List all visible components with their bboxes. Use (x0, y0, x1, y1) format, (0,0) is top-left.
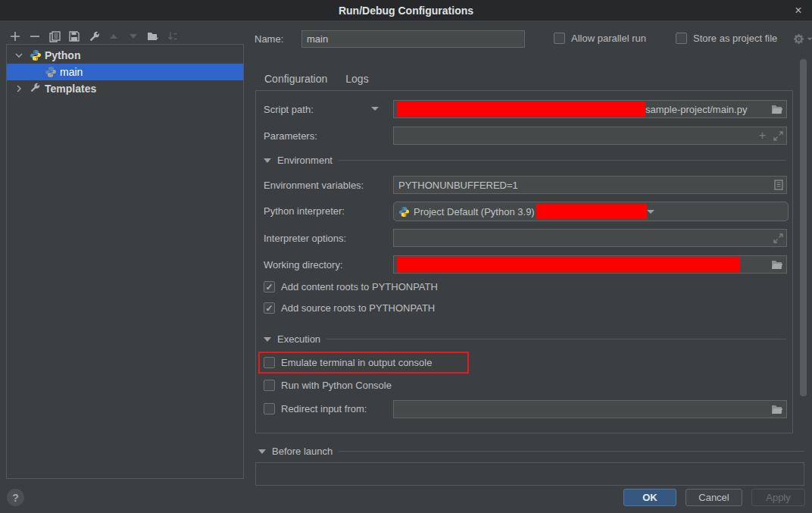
help-button[interactable]: ? (7, 489, 24, 506)
parameters-label: Parameters: (264, 130, 317, 142)
configurations-tree: Python main Templates (6, 44, 244, 479)
python-icon (30, 49, 42, 61)
add-macro-icon[interactable]: + (759, 129, 766, 142)
checkbox-unchecked[interactable] (264, 380, 275, 391)
run-debug-configurations-dialog: Run/Debug Configurations × (0, 0, 812, 513)
parameters-row: Parameters: (264, 127, 317, 145)
add-source-roots-label: Add source roots to PYTHONPATH (281, 302, 435, 314)
combo-arrow-icon[interactable] (647, 210, 654, 214)
store-as-project-file-checkbox[interactable]: Store as project file (676, 33, 777, 44)
run-python-console-label: Run with Python Console (281, 380, 392, 391)
working-directory-label: Working directory: (264, 259, 343, 271)
interpreter-options-row: Interpreter options: (264, 229, 346, 247)
configurations-toolbar (9, 30, 179, 43)
apply-button[interactable]: Apply (751, 489, 805, 506)
chevron-down-icon (807, 38, 812, 41)
store-settings-gear[interactable] (793, 33, 812, 45)
run-python-console-checkbox[interactable]: Run with Python Console (264, 380, 392, 391)
folder-icon[interactable] (771, 405, 783, 414)
add-content-roots-checkbox[interactable]: ✓ Add content roots to PYTHONPATH (264, 281, 438, 292)
chevron-right-icon[interactable] (14, 83, 25, 94)
env-vars-field[interactable]: PYTHONUNBUFFERED=1 (393, 176, 787, 194)
checkbox-unchecked[interactable] (264, 403, 275, 414)
tree-item-label: Python (45, 49, 80, 61)
environment-section-header[interactable]: Environment (264, 155, 786, 166)
name-input[interactable] (301, 30, 525, 48)
expand-field-icon[interactable] (773, 233, 783, 243)
titlebar: Run/Debug Configurations × (0, 0, 812, 20)
env-vars-row: Environment variables: (264, 176, 364, 194)
interpreter-row: Python interpreter: (264, 202, 345, 220)
redaction-overlay (536, 204, 647, 219)
move-up-icon[interactable] (108, 30, 120, 42)
emulate-terminal-checkbox[interactable]: Emulate terminal in output console (264, 357, 432, 368)
script-path-value: sample-project/main.py (645, 104, 747, 115)
interpreter-options-field[interactable] (393, 229, 787, 247)
script-path-dropdown-icon[interactable] (371, 107, 379, 111)
execution-section-label: Execution (277, 333, 320, 345)
tree-item-python[interactable]: Python (7, 47, 243, 64)
checkbox-checked[interactable]: ✓ (264, 281, 275, 292)
parameters-field[interactable]: + (393, 127, 787, 145)
interpreter-options-label: Interpreter options: (264, 233, 346, 244)
edit-templates-icon[interactable] (88, 30, 100, 42)
move-down-icon[interactable] (127, 30, 139, 42)
folder-icon[interactable] (771, 105, 783, 114)
interpreter-combobox[interactable]: Project Default (Python 3.9) (393, 202, 789, 221)
python-icon (45, 66, 57, 78)
close-icon[interactable]: × (791, 3, 806, 18)
before-launch-list[interactable] (255, 462, 804, 486)
new-folder-icon[interactable] (147, 30, 159, 42)
collapse-triangle-icon[interactable] (264, 337, 271, 342)
interpreter-label: Python interpreter: (264, 205, 345, 217)
configuration-panel: Script path: sample-project/main.py Para… (255, 90, 793, 433)
sort-alphabetically-icon[interactable] (167, 30, 179, 42)
section-divider (339, 160, 786, 161)
browse-variables-icon[interactable] (774, 180, 783, 190)
chevron-down-icon[interactable] (14, 50, 25, 61)
gear-icon (793, 33, 804, 45)
add-source-roots-checkbox[interactable]: ✓ Add source roots to PYTHONPATH (264, 302, 435, 314)
working-directory-field[interactable] (393, 255, 787, 274)
checkbox-checked[interactable]: ✓ (264, 302, 275, 314)
add-content-roots-label: Add content roots to PYTHONPATH (281, 281, 438, 292)
ok-button[interactable]: OK (623, 489, 676, 506)
collapse-triangle-icon[interactable] (264, 158, 271, 163)
script-path-row: Script path: (264, 100, 314, 118)
tree-item-label: main (60, 66, 83, 78)
redirect-input-checkbox[interactable]: Redirect input from: (264, 403, 367, 414)
copy-configuration-icon[interactable] (48, 30, 61, 42)
redirect-input-label: Redirect input from: (281, 403, 367, 414)
save-configuration-icon[interactable] (68, 30, 80, 42)
section-divider (339, 451, 804, 452)
redaction-overlay (397, 257, 740, 272)
working-directory-row: Working directory: (264, 255, 343, 274)
checkbox-unchecked[interactable] (264, 357, 275, 368)
cancel-button[interactable]: Cancel (686, 489, 742, 506)
tree-item-label: Templates (45, 83, 96, 95)
script-path-field[interactable]: sample-project/main.py (393, 100, 787, 118)
tree-item-templates[interactable]: Templates (7, 80, 243, 97)
allow-parallel-run-checkbox[interactable]: Allow parallel run (554, 33, 646, 44)
name-label: Name: (255, 33, 283, 45)
python-icon (398, 206, 410, 217)
emulate-terminal-label: Emulate terminal in output console (281, 357, 432, 368)
collapse-triangle-icon[interactable] (258, 449, 266, 454)
dialog-title: Run/Debug Configurations (339, 5, 473, 17)
wrench-icon (30, 83, 42, 95)
checkbox-unchecked[interactable] (676, 33, 687, 44)
before-launch-section-header[interactable]: Before launch (258, 446, 804, 457)
script-path-label: Script path: (264, 104, 314, 115)
tree-item-main[interactable]: main (7, 64, 243, 80)
execution-section-header[interactable]: Execution (264, 333, 786, 345)
vertical-scrollbar[interactable] (800, 59, 807, 396)
redirect-input-field[interactable] (393, 400, 787, 418)
folder-icon[interactable] (771, 260, 783, 270)
add-configuration-button[interactable] (9, 30, 21, 42)
redaction-overlay (397, 102, 645, 117)
allow-parallel-run-label: Allow parallel run (571, 33, 646, 44)
expand-field-icon[interactable] (773, 131, 783, 141)
remove-configuration-button[interactable] (29, 30, 41, 42)
checkbox-unchecked[interactable] (554, 33, 565, 44)
before-launch-label: Before launch (272, 446, 333, 457)
